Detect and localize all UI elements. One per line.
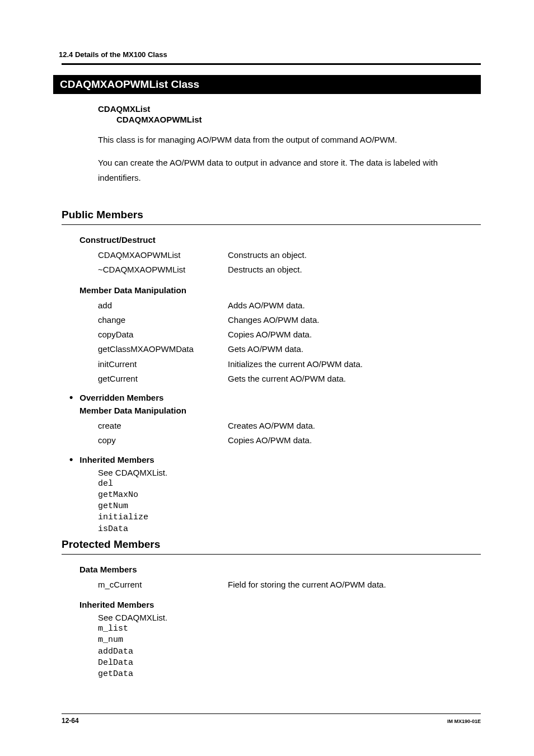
class-description-1: This class is for managing AO/PWM data f… [98,132,481,147]
code-item: getMaxNo [98,490,481,501]
page-number: 12-64 [62,717,79,725]
code-item: isData [98,524,481,535]
code-item: initialize [98,512,481,523]
member-row: create Creates AO/PWM data. [98,419,481,433]
class-description-2: You can create the AO/PWM data to output… [98,155,481,185]
hierarchy-child: CDAQMXAOPWMList [116,115,481,124]
member-row: getCurrent Gets the current AO/PWM data. [98,372,481,386]
section-rule [62,224,481,225]
section-rule [62,554,481,555]
code-item: getData [98,669,481,680]
running-header: 12.4 Details of the MX100 Class [59,50,481,59]
member-row: add Adds AO/PWM data. [98,298,481,313]
inherited-heading: Inherited Members [79,454,481,466]
member-row: CDAQMXAOPWMList Constructs an object. [98,248,481,262]
member-desc: Copies AO/PWM data. [228,433,481,448]
member-row: ~CDAQMXAOPWMList Destructs an object. [98,262,481,277]
code-item: m_list [98,623,481,635]
hierarchy-parent: CDAQMXList [98,104,481,114]
member-row: getClassMXAOPWMData Gets AO/PWM data. [98,342,481,356]
member-row: m_cCurrent Field for storing the current… [98,577,481,592]
member-desc: Gets AO/PWM data. [228,342,481,356]
code-item: getNum [98,501,481,512]
member-name: copy [98,433,228,448]
member-row: change Changes AO/PWM data. [98,313,481,327]
member-name: getCurrent [98,372,228,386]
data-members-heading: Data Members [79,565,481,574]
protected-members-heading: Protected Members [62,538,481,551]
inherited-note-2: See CDAQMXList. [98,613,481,622]
member-desc: Changes AO/PWM data. [228,313,481,327]
member-name: CDAQMXAOPWMList [98,248,228,262]
footer-rule [62,713,481,714]
code-item: m_num [98,635,481,646]
code-item: addData [98,646,481,658]
member-row: copyData Copies AO/PWM data. [98,327,481,342]
member-name: change [98,313,228,327]
construct-heading: Construct/Destruct [79,235,481,245]
member-row: copy Copies AO/PWM data. [98,433,481,448]
member-name: ~CDAQMXAOPWMList [98,262,228,277]
doc-id: IM MX190-01E [447,719,481,724]
footer: 12-64 IM MX190-01E [62,713,481,725]
member-data-heading: Member Data Manipulation [79,285,481,295]
member-desc: Constructs an object. [228,248,481,262]
inherited-note: See CDAQMXList. [98,468,481,477]
member-name: copyData [98,327,228,342]
member-name: add [98,298,228,313]
member-name: initCurrent [98,357,228,372]
member-desc: Copies AO/PWM data. [228,327,481,342]
code-item: del [98,478,481,490]
overridden-sub-heading: Member Data Manipulation [79,406,481,415]
code-item: DelData [98,658,481,669]
member-desc: Creates AO/PWM data. [228,419,481,433]
member-row: initCurrent Initializes the current AO/P… [98,357,481,372]
class-title: CDAQMXAOPWMList Class [53,75,481,94]
member-name: create [98,419,228,433]
member-name: m_cCurrent [98,577,228,592]
member-desc: Initializes the current AO/PWM data. [228,357,481,372]
member-desc: Destructs an object. [228,262,481,277]
member-desc: Field for storing the current AO/PWM dat… [228,577,481,592]
member-desc: Gets the current AO/PWM data. [228,372,481,386]
member-name: getClassMXAOPWMData [98,342,228,356]
public-members-heading: Public Members [62,209,481,221]
inherited-heading-2: Inherited Members [79,600,481,609]
member-desc: Adds AO/PWM data. [228,298,481,313]
header-rule [62,63,481,65]
overridden-heading: Overridden Members [79,392,481,403]
